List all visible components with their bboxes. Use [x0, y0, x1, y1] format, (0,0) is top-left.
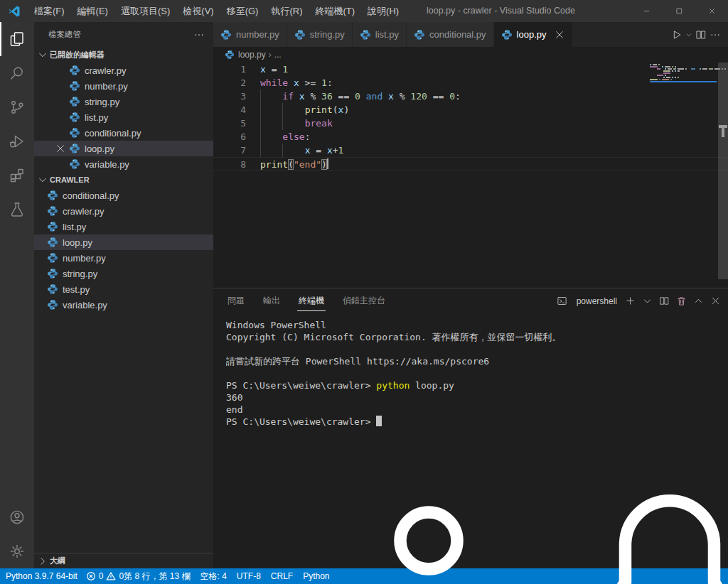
notifications-bell-icon[interactable]	[563, 470, 728, 584]
breadcrumb-more[interactable]: ...	[274, 50, 282, 60]
cursor-position[interactable]: 第 8 行，第 13 欄	[124, 571, 190, 583]
menu-item[interactable]: 說明(H)	[361, 0, 405, 22]
shell-selector[interactable]: powershell	[577, 296, 617, 306]
open-editor-list.py[interactable]: list.py	[34, 109, 213, 125]
code-editor[interactable]: 1x = 12while x >= 1:3 if x % 36 == 0 and…	[213, 63, 728, 288]
code-line-7[interactable]: 7 x = x+1	[213, 144, 728, 157]
new-terminal-icon[interactable]	[625, 296, 636, 306]
terminal-line: 360	[226, 391, 728, 404]
panel-tab-輸出[interactable]: 輸出	[262, 291, 282, 311]
activity-settings[interactable]	[0, 534, 34, 568]
python-file-icon	[69, 80, 80, 92]
sidebar-header: 檔案總管	[34, 22, 213, 47]
python-file-icon	[220, 29, 232, 40]
indentation-indicator[interactable]: 空格: 4	[200, 571, 226, 583]
line-number: 1	[213, 63, 246, 76]
title-bar: 檔案(F)編輯(E)選取項目(S)檢視(V)移至(G)執行(R)終端機(T)說明…	[0, 0, 728, 22]
open-editor-number.py[interactable]: number.py	[34, 78, 213, 94]
split-terminal-icon[interactable]	[659, 296, 670, 306]
menu-item[interactable]: 檔案(F)	[28, 0, 71, 22]
eol-indicator[interactable]: CRLF	[271, 571, 293, 581]
feedback-icon[interactable]	[340, 470, 553, 584]
interpreter-selector[interactable]: Python 3.9.7 64-bit	[6, 571, 77, 581]
breadcrumb-file[interactable]: loop.py	[238, 50, 266, 60]
maximize-button[interactable]	[663, 0, 695, 22]
close-window-button[interactable]	[695, 0, 728, 22]
file-variable.py[interactable]: variable.py	[34, 297, 213, 313]
minimap[interactable]	[650, 64, 717, 82]
code-line-3[interactable]: 3 if x % 36 == 0 and x % 120 == 0:	[213, 90, 728, 103]
tab-string.py[interactable]: string.py	[287, 22, 353, 47]
more-actions-icon[interactable]	[710, 29, 721, 40]
activity-account[interactable]	[0, 500, 34, 534]
warning-count: 0	[119, 571, 124, 581]
language-indicator[interactable]: Python	[303, 571, 329, 581]
code-line-8[interactable]: 8print("end")	[213, 157, 728, 171]
terminal-dropdown-icon[interactable]	[642, 296, 653, 306]
code-line-4[interactable]: 4 print(x)	[213, 103, 728, 117]
panel-tab-偵錯主控台[interactable]: 偵錯主控台	[341, 291, 387, 311]
file-test.py[interactable]: test.py	[34, 281, 213, 297]
menu-item[interactable]: 檢視(V)	[176, 0, 220, 22]
minimize-button[interactable]	[630, 0, 663, 22]
vscode-logo-icon	[8, 5, 21, 18]
python-file-icon	[501, 29, 513, 40]
split-editor-icon[interactable]	[695, 29, 707, 40]
file-list.py[interactable]: list.py	[34, 219, 213, 234]
file-number.py[interactable]: number.py	[34, 250, 213, 266]
open-editor-variable.py[interactable]: variable.py	[34, 156, 213, 172]
open-editor-crawler.py[interactable]: crawler.py	[34, 63, 213, 78]
code-line-6[interactable]: 6 else:	[213, 130, 728, 144]
menu-item[interactable]: 執行(R)	[264, 0, 309, 22]
activity-search[interactable]	[0, 56, 34, 90]
code-line-5[interactable]: 5 break	[213, 117, 728, 130]
file-string.py[interactable]: string.py	[34, 266, 213, 281]
panel-tab-終端機[interactable]: 終端機	[297, 291, 326, 311]
problems-indicator[interactable]: 0 0	[86, 571, 124, 581]
folder-header[interactable]: CRAWLER	[34, 172, 213, 188]
menu-item[interactable]: 移至(G)	[220, 0, 265, 22]
file-name: number.py	[63, 253, 106, 264]
tab-conditional.py[interactable]: conditional.py	[407, 22, 494, 47]
maximize-panel-icon[interactable]	[693, 296, 704, 306]
menu-item[interactable]: 終端機(T)	[309, 0, 361, 22]
tab-loop.py[interactable]: loop.py	[494, 22, 573, 47]
file-crawler.py[interactable]: crawler.py	[34, 203, 213, 219]
run-debug-icon	[9, 133, 26, 150]
more-actions-icon[interactable]	[193, 29, 205, 40]
scrollbar-decoration	[719, 125, 727, 137]
extensions-icon	[9, 167, 26, 184]
open-editor-loop.py[interactable]: loop.py	[34, 141, 213, 156]
open-editor-conditional.py[interactable]: conditional.py	[34, 125, 213, 141]
activity-extensions[interactable]	[0, 158, 34, 193]
line-number: 3	[213, 90, 246, 103]
kill-terminal-icon[interactable]	[676, 296, 687, 306]
panel-tab-問題[interactable]: 問題	[226, 291, 246, 311]
editor-scrollbar[interactable]	[718, 63, 728, 279]
tab-label: conditional.py	[429, 29, 486, 40]
close-icon[interactable]	[55, 143, 66, 154]
close-panel-icon[interactable]	[710, 296, 721, 306]
encoding-indicator[interactable]: UTF-8	[237, 571, 261, 581]
activity-source-control[interactable]	[0, 90, 34, 124]
file-loop.py[interactable]: loop.py	[34, 234, 213, 250]
activity-run-debug[interactable]	[0, 124, 34, 158]
file-name: test.py	[63, 284, 90, 295]
file-conditional.py[interactable]: conditional.py	[34, 188, 213, 203]
breadcrumb[interactable]: loop.py › ...	[213, 47, 728, 63]
menu-item[interactable]: 編輯(E)	[71, 0, 114, 22]
menu-bar: 檔案(F)編輯(E)選取項目(S)檢視(V)移至(G)執行(R)終端機(T)說明…	[28, 0, 405, 22]
tab-number.py[interactable]: number.py	[213, 22, 287, 47]
file-name: conditional.py	[85, 128, 141, 139]
run-dropdown-icon[interactable]	[685, 29, 692, 40]
activity-explorer[interactable]	[0, 22, 34, 56]
tab-list.py[interactable]: list.py	[353, 22, 407, 47]
menu-item[interactable]: 選取項目(S)	[114, 0, 176, 22]
close-icon[interactable]	[554, 29, 565, 40]
python-file-icon	[69, 65, 80, 76]
open-editors-header[interactable]: 已開啟的編輯器	[34, 47, 213, 63]
open-editor-string.py[interactable]: string.py	[34, 94, 213, 109]
run-file-button[interactable]	[671, 29, 682, 40]
terminal-line: end	[226, 404, 728, 416]
activity-testing[interactable]	[0, 193, 34, 227]
